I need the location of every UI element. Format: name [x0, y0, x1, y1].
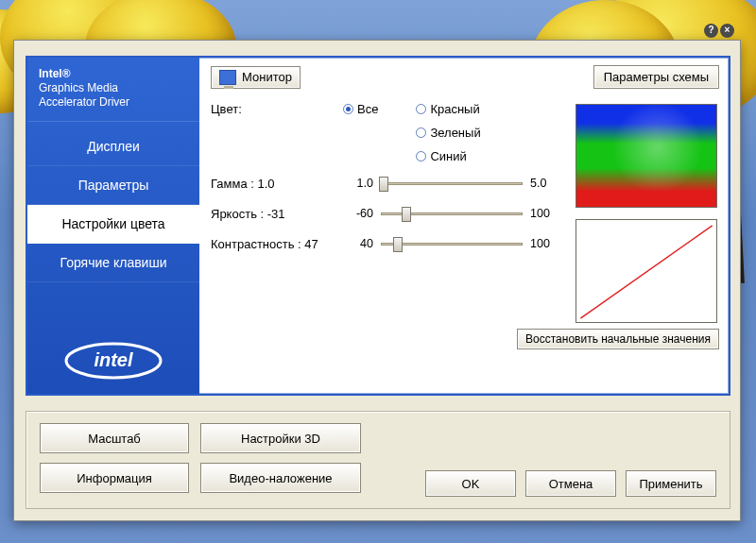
main-area: Монитор Параметры схемы Цвет: Все: [199, 58, 729, 394]
contrast-slider[interactable]: [381, 234, 523, 253]
contrast-min: 40: [343, 237, 373, 250]
monitor-icon: [219, 70, 236, 85]
app-window: ? × Intel® Graphics Media Accelerator Dr…: [13, 40, 741, 521]
color-option-all: Все: [357, 102, 378, 116]
brand-line2: Graphics Media: [39, 81, 118, 94]
radio-icon: [416, 151, 426, 161]
settings-3d-button[interactable]: Настройки 3D: [200, 423, 361, 453]
upper-panel: Intel® Graphics Media Accelerator Driver…: [26, 56, 730, 396]
scale-button[interactable]: Масштаб: [40, 423, 189, 453]
cancel-button[interactable]: Отмена: [525, 470, 616, 497]
preview-column: [576, 102, 719, 323]
color-label: Цвет:: [211, 102, 343, 116]
scheme-parameters-button[interactable]: Параметры схемы: [593, 65, 719, 89]
close-icon[interactable]: ×: [720, 24, 734, 38]
sidebar-item-displays[interactable]: Дисплеи: [27, 127, 199, 166]
monitor-tab-label: Монитор: [242, 70, 292, 84]
restore-defaults-button[interactable]: Восстановить начальные значения: [517, 329, 719, 349]
brightness-slider[interactable]: [381, 204, 523, 223]
brand-line1: Intel®: [39, 67, 71, 80]
contrast-max: 100: [530, 237, 560, 250]
radio-icon: [416, 104, 426, 114]
controls-column: Цвет: Все: [211, 102, 566, 323]
color-option-red: Красный: [430, 102, 479, 116]
ok-button[interactable]: OK: [425, 470, 516, 497]
gamma-label: Гамма : 1.0: [211, 177, 343, 191]
contrast-label: Контрастность : 47: [211, 237, 343, 251]
sidebar-item-color-settings[interactable]: Настройки цвета: [27, 205, 199, 244]
radio-icon: [416, 127, 426, 138]
color-option-green: Зеленый: [430, 126, 480, 140]
color-gradient-preview: [576, 104, 717, 208]
gamma-max: 5.0: [530, 177, 560, 190]
color-option-blue: Синий: [430, 149, 466, 163]
color-radio-red[interactable]: Красный: [416, 102, 480, 116]
sidebar-item-hotkeys[interactable]: Горячие клавиши: [27, 244, 199, 282]
brand-block: Intel® Graphics Media Accelerator Driver: [27, 58, 199, 122]
gamma-curve-preview: [576, 219, 717, 323]
color-radio-all[interactable]: Все: [343, 102, 378, 116]
sidebar-nav: Дисплеи Параметры Настройки цвета Горячи…: [27, 127, 199, 282]
information-button[interactable]: Информация: [40, 463, 189, 493]
help-icon[interactable]: ?: [704, 24, 718, 38]
lower-panel: Масштаб Настройки 3D Информация Видео-на…: [26, 411, 730, 509]
gamma-min: 1.0: [343, 177, 373, 190]
color-radio-blue[interactable]: Синий: [416, 149, 480, 163]
slider-thumb[interactable]: [393, 237, 403, 252]
apply-button[interactable]: Применить: [626, 470, 716, 497]
sidebar-item-parameters[interactable]: Параметры: [27, 166, 199, 205]
brightness-max: 100: [530, 207, 560, 220]
intel-logo: intel: [27, 339, 199, 386]
video-overlay-button[interactable]: Видео-наложение: [200, 463, 361, 493]
monitor-tab[interactable]: Монитор: [211, 66, 301, 89]
radio-icon: [343, 104, 353, 114]
slider-thumb[interactable]: [379, 177, 388, 192]
brightness-label: Яркость : -31: [211, 207, 343, 221]
color-radio-green[interactable]: Зеленый: [416, 126, 480, 140]
svg-text:intel: intel: [94, 349, 133, 370]
brand-line3: Accelerator Driver: [39, 95, 129, 109]
sidebar: Intel® Graphics Media Accelerator Driver…: [27, 58, 199, 394]
slider-thumb[interactable]: [402, 207, 411, 222]
gamma-slider[interactable]: [381, 174, 523, 193]
brightness-min: -60: [343, 207, 373, 220]
